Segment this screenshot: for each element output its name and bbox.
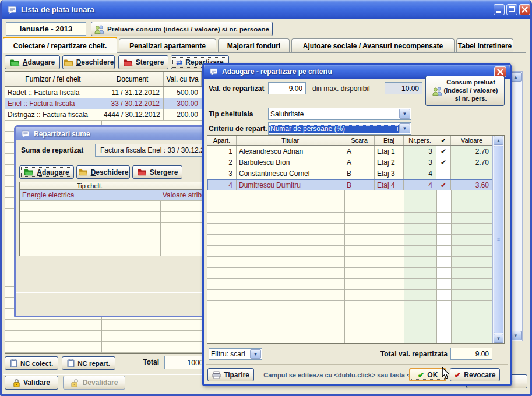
preluare-consum-button[interactable]: Preluare consum (indecsi / valoare) si n…	[91, 22, 273, 36]
header-document[interactable]: Document	[101, 72, 164, 86]
scrollbar-thumb[interactable]: ≡	[494, 146, 503, 333]
cell-furnizor: Radet :: Factura fiscala	[5, 87, 101, 98]
header-nr-pers[interactable]: Nr.pers.	[404, 136, 436, 145]
val-de-repartizat-label: Val. de repartizat	[209, 84, 264, 93]
folder-open-icon	[78, 168, 88, 176]
table-row[interactable]: Radet :: Factura fiscala 11 / 31.12.2012…	[5, 87, 202, 98]
cell-valoare: 2.70	[451, 157, 492, 168]
header-apart[interactable]: Apart.	[207, 136, 237, 145]
red-check-icon: ✔	[455, 370, 461, 380]
val-de-repartizat-value: 9.00	[289, 84, 302, 93]
nc-repart-button[interactable]: NC repart.	[62, 356, 115, 370]
tab-tabel-intretinere[interactable]: Tabel intretinere	[456, 38, 513, 52]
folder-delete-icon	[137, 168, 147, 176]
filtru-scari-combo[interactable]: Filtru: scari ▼	[209, 348, 262, 360]
repartizari-deschidere-button[interactable]: Deschidere	[76, 165, 130, 179]
din-max-disponibil-label: din max. disponibil	[312, 84, 370, 93]
header-etaj[interactable]: Etaj	[375, 136, 404, 145]
revocare-label: Revocare	[464, 371, 495, 379]
validare-label: Validare	[23, 379, 50, 387]
scroll-down-button[interactable]: ▼	[494, 334, 503, 343]
total-val-repartizata-label: Total val. repartizata	[344, 350, 448, 358]
cell-valoare: 500.00	[164, 87, 202, 98]
folder-plus-icon	[24, 168, 34, 176]
cell-check[interactable]: ✔	[436, 180, 451, 190]
consum-preluat-button[interactable]: Consum preluat (indecsi / valoare) si nr…	[425, 76, 505, 106]
header-check[interactable]: ✔	[436, 136, 451, 145]
cell-etaj: Etaj 2	[375, 157, 404, 168]
cell-valoare	[451, 168, 492, 179]
tip-cheltuiala-combo[interactable]: Salubritate ▼	[268, 108, 411, 120]
header-valoare[interactable]: Valoare	[451, 136, 492, 145]
cell-nr-pers: 4	[404, 168, 436, 179]
tiparire-button[interactable]: Tiparire	[207, 368, 254, 381]
tab-colectare-repartizare[interactable]: Colectare / repartizare chelt.	[3, 37, 117, 53]
cell-document: 33 / 30.12.2012	[101, 98, 164, 109]
swap-arrows-icon: ⇄	[176, 58, 182, 67]
tab-ajutoare[interactable]: Ajutoare sociale / Avansuri necompensate	[291, 38, 455, 52]
cell-etaj: Etaj 1	[375, 146, 404, 157]
adaugare-button[interactable]: Adaugare	[5, 55, 60, 69]
tab-label: Ajutoare sociale / Avansuri necompensate	[303, 42, 443, 50]
devalidare-label: Devalidare	[83, 379, 118, 387]
month-value: Ianuarie - 2013	[20, 24, 72, 33]
cell-apart: 4	[208, 180, 237, 190]
scroll-up-button[interactable]: ▲	[510, 72, 522, 82]
chevron-down-icon[interactable]: ▼	[399, 109, 410, 119]
tab-majorari[interactable]: Majorari fonduri	[218, 38, 290, 52]
cell-check[interactable]: ✔	[436, 146, 451, 157]
cell-scara: B	[344, 180, 375, 190]
header-val-cu-tva[interactable]: Val. cu tva	[164, 72, 202, 86]
repartizari-stergere-button[interactable]: Stergere	[132, 165, 182, 179]
tab-penalizari[interactable]: Penalizari apartamente	[119, 38, 216, 52]
cell-check[interactable]: ✔	[436, 157, 451, 168]
minimize-button[interactable]	[494, 4, 505, 15]
dialog-title: Adaugare - repartizare pe criteriu	[222, 68, 332, 76]
cell-apart: 3	[207, 168, 237, 179]
scroll-up-button[interactable]: ▲	[494, 136, 503, 145]
tip-cheltuiala-value: Salubritate	[269, 110, 399, 118]
stergere-button[interactable]: Stergere	[118, 55, 168, 69]
criteriu-de-repart-combo[interactable]: Numar de persoane (%) ▼	[268, 122, 411, 135]
main-titlebar[interactable]: Lista de plata lunara	[2, 0, 530, 19]
max-disponibil-value: 10.00	[401, 84, 419, 93]
chevron-down-icon[interactable]: ▼	[399, 123, 410, 133]
tab-label: Colectare / repartizare chelt.	[13, 42, 107, 50]
revocare-button[interactable]: ✔ Revocare	[450, 368, 500, 381]
apartament-row-selected[interactable]: 4 Dumitrescu Dumitru B Etaj 4 4 ✔ 3.60	[207, 179, 493, 190]
header-tip-chelt[interactable]: Tip chelt.	[20, 182, 160, 189]
scroll-down-button[interactable]: ▼	[510, 331, 522, 340]
cell-valoare: 200.00	[164, 109, 202, 120]
apartamente-scrollbar[interactable]: ▲ ≡ ▼	[492, 136, 504, 343]
devalidare-button[interactable]: Devalidare	[63, 376, 125, 390]
cell-check[interactable]	[436, 168, 451, 179]
people-icon	[432, 86, 442, 96]
close-icon	[520, 5, 530, 15]
validare-button[interactable]: Validare	[5, 376, 58, 390]
deschidere-button[interactable]: Deschidere	[62, 55, 115, 69]
header-scara[interactable]: Scara	[344, 136, 375, 145]
lock-closed-icon	[13, 379, 20, 387]
suma-de-repartizat-label: Suma de repartizat	[21, 146, 83, 154]
table-row-selected[interactable]: Enel :: Factura fiscala 33 / 30.12.2012 …	[5, 98, 202, 109]
header-furnizor[interactable]: Furnizor / fel chelt	[5, 72, 101, 86]
total-val-repartizata-value: 9.00	[475, 350, 489, 358]
cell-titular: Barbulescu Bion	[237, 157, 344, 168]
header-titular[interactable]: Titular	[237, 136, 344, 145]
cell-nr-pers: 4	[404, 180, 436, 190]
chevron-down-icon[interactable]: ▼	[250, 349, 261, 359]
apartament-row[interactable]: 1 Alexandrescu Adrian A Etaj 1 3 ✔ 2.70	[207, 146, 493, 157]
cell-scara: B	[344, 168, 375, 179]
main-window-title: Lista de plata lunara	[21, 5, 94, 14]
month-field[interactable]: Ianuarie - 2013	[6, 22, 86, 36]
val-de-repartizat-input[interactable]: 9.00	[268, 82, 306, 94]
apartament-row[interactable]: 2 Barbulescu Bion A Etaj 2 3 ✔ 2.70	[207, 157, 493, 168]
stergere-label: Stergere	[136, 58, 164, 66]
maximize-button[interactable]	[506, 4, 517, 15]
cell-titular: Constantinescu Cornel	[237, 168, 344, 179]
table-row[interactable]: Distrigaz :: Factura fiscala 4444 / 30.1…	[5, 109, 202, 121]
repartizari-adaugare-button[interactable]: Adaugare	[19, 165, 74, 179]
close-button[interactable]	[519, 4, 530, 15]
nc-colect-button[interactable]: NC colect.	[5, 356, 58, 370]
apartament-row[interactable]: 3 Constantinescu Cornel B Etaj 3 4	[207, 168, 493, 179]
